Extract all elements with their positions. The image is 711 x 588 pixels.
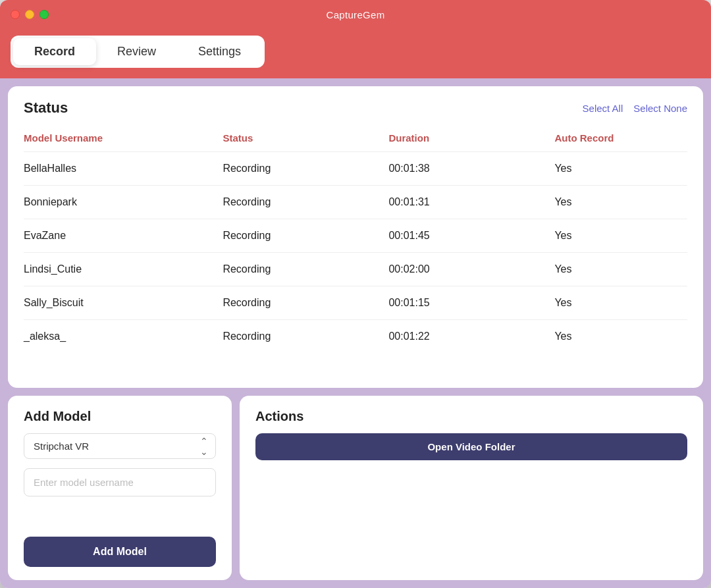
table-row: _aleksa_ Recording 00:01:22 Yes — [24, 320, 687, 354]
cell-status: Recording — [223, 253, 388, 286]
window-title: CaptureGem — [327, 9, 385, 20]
header: Record Review Settings — [0, 29, 711, 78]
cell-username: _aleksa_ — [24, 320, 223, 354]
cell-username: EvaZane — [24, 219, 223, 253]
col-header-status: Status — [223, 127, 388, 152]
cell-auto: Yes — [554, 186, 687, 219]
cell-username: BellaHalles — [24, 152, 223, 186]
add-model-button[interactable]: Add Model — [24, 537, 216, 567]
platform-select-wrapper: Stripchat VRChaturbateMyFreeCamsStripcha… — [24, 433, 216, 459]
cell-duration: 00:02:00 — [388, 253, 554, 286]
tab-record[interactable]: Record — [13, 38, 96, 65]
cell-status: Recording — [223, 320, 388, 354]
status-table: Model Username Status Duration Auto Reco… — [24, 127, 687, 353]
titlebar: CaptureGem — [0, 0, 711, 29]
cell-username: Lindsi_Cutie — [24, 253, 223, 286]
table-row: BellaHalles Recording 00:01:38 Yes — [24, 152, 687, 186]
cell-username: Bonniepark — [24, 186, 223, 219]
username-input[interactable] — [24, 468, 216, 496]
traffic-lights — [11, 10, 49, 19]
cell-duration: 00:01:22 — [388, 320, 554, 354]
select-controls: Select All Select None — [583, 103, 687, 114]
cell-status: Recording — [223, 219, 388, 253]
cell-auto: Yes — [554, 286, 687, 320]
table-row: EvaZane Recording 00:01:45 Yes — [24, 219, 687, 253]
status-title: Status — [24, 99, 68, 117]
cell-status: Recording — [223, 286, 388, 320]
col-header-duration: Duration — [388, 127, 554, 152]
actions-title: Actions — [255, 409, 687, 424]
table-row: Bonniepark Recording 00:01:31 Yes — [24, 186, 687, 219]
cell-status: Recording — [223, 186, 388, 219]
cell-status: Recording — [223, 152, 388, 186]
maximize-button[interactable] — [40, 10, 49, 19]
cell-duration: 00:01:38 — [388, 152, 554, 186]
main-content: Status Select All Select None Model User… — [0, 78, 711, 588]
col-header-auto: Auto Record — [554, 127, 687, 152]
app-window: CaptureGem Record Review Settings Status… — [0, 0, 711, 588]
actions-card: Actions Open Video Folder — [240, 396, 703, 580]
bottom-panels: Add Model Stripchat VRChaturbateMyFreeCa… — [8, 396, 703, 580]
open-video-folder-button[interactable]: Open Video Folder — [255, 433, 687, 460]
cell-username: Sally_Biscuit — [24, 286, 223, 320]
cell-auto: Yes — [554, 320, 687, 354]
cell-duration: 00:01:31 — [388, 186, 554, 219]
tab-review[interactable]: Review — [96, 38, 177, 65]
cell-auto: Yes — [554, 152, 687, 186]
select-all-link[interactable]: Select All — [583, 103, 623, 114]
table-row: Sally_Biscuit Recording 00:01:15 Yes — [24, 286, 687, 320]
close-button[interactable] — [11, 10, 20, 19]
tab-settings[interactable]: Settings — [177, 38, 262, 65]
col-header-username: Model Username — [24, 127, 223, 152]
add-model-card: Add Model Stripchat VRChaturbateMyFreeCa… — [8, 396, 232, 580]
tabs-container: Record Review Settings — [11, 36, 265, 68]
status-header: Status Select All Select None — [24, 99, 687, 117]
status-card: Status Select All Select None Model User… — [8, 86, 703, 388]
cell-auto: Yes — [554, 219, 687, 253]
add-model-title: Add Model — [24, 409, 216, 424]
cell-duration: 00:01:45 — [388, 219, 554, 253]
table-row: Lindsi_Cutie Recording 00:02:00 Yes — [24, 253, 687, 286]
cell-duration: 00:01:15 — [388, 286, 554, 320]
platform-select[interactable]: Stripchat VRChaturbateMyFreeCamsStripcha… — [24, 433, 216, 459]
cell-auto: Yes — [554, 253, 687, 286]
select-none-link[interactable]: Select None — [633, 103, 687, 114]
minimize-button[interactable] — [25, 10, 34, 19]
